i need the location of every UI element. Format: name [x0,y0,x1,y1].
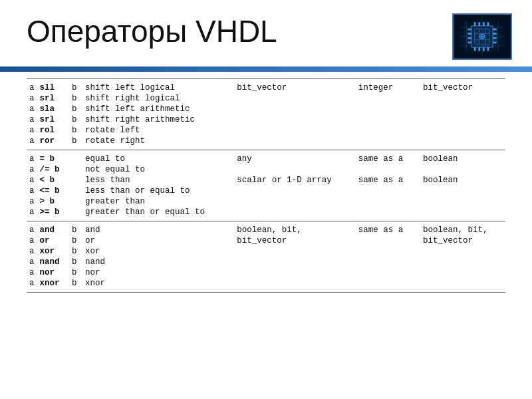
svg-rect-14 [467,37,471,39]
table-row: a nand b nand [27,257,505,267]
svg-rect-27 [487,47,489,51]
table-row: a nor b nor [27,267,505,278]
table-row: a sll b shift left logical bit_vector in… [27,79,505,94]
table-wrapper: a sll b shift left logical bit_vector in… [0,72,532,299]
svg-rect-12 [467,29,471,31]
svg-rect-18 [493,37,497,39]
svg-rect-22 [483,22,485,26]
svg-rect-25 [478,47,480,51]
table-row [27,293,505,293]
svg-rect-23 [487,22,489,26]
page: Операторы VHDL [0,0,532,399]
table-row: a /= b not equal to [27,164,505,175]
table-row: a srl b shift right logical [27,93,505,104]
table-row: a > b greater than [27,196,505,207]
table-row: a xor b xor [27,246,505,257]
table-row: a xnor b xnor [27,278,505,293]
chip-image [452,13,512,60]
table-row: a <= b less than or equal to [27,186,505,196]
svg-rect-26 [483,47,485,51]
table-row: a and b and boolean, bit, same as a bool… [27,221,505,236]
svg-rect-24 [474,47,476,51]
table-row: a ror b rotate right [27,136,505,150]
svg-rect-16 [493,29,497,31]
svg-point-34 [481,35,483,38]
operators-table: a sll b shift left logical bit_vector in… [27,78,505,293]
table-row: a or b or bit_vector bit_vector [27,235,505,246]
table-row: a sla b shift left arithmetic [27,104,505,114]
table-row: a srl b shift right arithmetic [27,114,505,125]
table-row: a < b less than scalar or 1-D array same… [27,175,505,186]
svg-rect-21 [478,22,480,26]
svg-rect-20 [474,22,476,26]
page-title: Операторы VHDL [27,13,277,49]
header: Операторы VHDL [0,0,532,66]
table-row: a = b equal to any same as a boolean [27,150,505,165]
blue-separator [0,66,532,72]
table-row: a >= b greater than or equal to [27,207,505,221]
svg-rect-19 [493,42,497,44]
svg-rect-13 [467,33,471,35]
svg-rect-17 [493,33,497,35]
table-row: a rol b rotate left [27,125,505,136]
svg-rect-15 [467,42,471,44]
